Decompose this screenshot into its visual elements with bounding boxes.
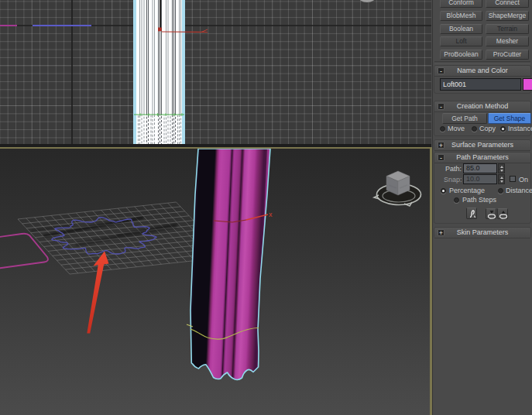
rollout-header-skin-parameters[interactable]: + Skin Parameters xyxy=(434,228,530,238)
snap-label: Snap: xyxy=(444,177,462,183)
front-grid xyxy=(0,0,431,144)
copy-label: Copy xyxy=(479,125,496,132)
rollout-header-name-and-color[interactable]: - Name and Color xyxy=(434,66,530,77)
snap-on-checkbox[interactable] xyxy=(510,176,516,182)
front-viewport-canvas xyxy=(0,0,431,144)
instance-radio[interactable] xyxy=(500,126,506,132)
rollout-title: Surface Parameters xyxy=(434,141,530,149)
3dsmax-window: x Conform xyxy=(0,0,532,415)
rollout-title: Creation Method xyxy=(434,102,530,110)
button-conform[interactable]: Conform xyxy=(440,0,482,8)
rollout-skin-parameters: + Skin Parameters xyxy=(434,227,531,238)
viewport-perspective[interactable]: x xyxy=(0,149,430,415)
rollout-path-parameters: - Path Parameters Path: 85.0 Snap: 10.0 … xyxy=(434,152,531,224)
button-loft[interactable]: Loft xyxy=(440,36,482,46)
loft-column-front[interactable] xyxy=(133,0,185,144)
button-blobmesh[interactable]: BlobMesh xyxy=(440,11,482,21)
snap-value-field[interactable]: 10.0 xyxy=(463,174,497,184)
rollout-creation-method: - Creation Method Get Path Get Shape Mov… xyxy=(434,101,531,136)
perspective-viewport-canvas: x xyxy=(0,149,430,415)
rollout-title: Skin Parameters xyxy=(434,228,530,236)
rollout-header-surface-parameters[interactable]: + Surface Parameters xyxy=(434,140,530,151)
button-connect[interactable]: Connect xyxy=(486,0,529,8)
instance-label: Instance xyxy=(508,125,532,132)
path-value-field[interactable]: 85.0 xyxy=(463,163,497,173)
viewport-front[interactable] xyxy=(0,0,431,144)
command-panel: Conform Connect BlobMesh ShapeMerge Bool… xyxy=(432,0,532,415)
distance-label: Distance xyxy=(506,187,532,194)
copy-radio[interactable] xyxy=(472,126,477,132)
percentage-label: Percentage xyxy=(449,187,485,194)
annotation-arrow xyxy=(87,252,108,334)
button-mesher[interactable]: Mesher xyxy=(486,36,529,46)
object-color-swatch[interactable] xyxy=(523,78,532,91)
button-boolean[interactable]: Boolean xyxy=(440,24,482,34)
snap-on-label: On xyxy=(519,177,528,183)
path-spinner[interactable] xyxy=(498,163,505,173)
next-shape-icon xyxy=(498,209,509,220)
percentage-radio[interactable] xyxy=(441,188,446,194)
rollout-separator xyxy=(434,61,530,64)
button-procutter[interactable]: ProCutter xyxy=(486,50,529,60)
get-path-button[interactable]: Get Path xyxy=(442,113,487,124)
previous-shape-button[interactable] xyxy=(486,208,496,219)
rollout-title: Path Parameters xyxy=(434,153,530,161)
move-radio[interactable] xyxy=(440,126,445,132)
button-proboolean[interactable]: ProBoolean xyxy=(440,50,482,60)
get-shape-button[interactable]: Get Shape xyxy=(488,113,531,124)
snap-spinner[interactable] xyxy=(498,174,505,184)
rectangle-spline[interactable] xyxy=(0,234,48,270)
axis-label-x: x xyxy=(269,211,273,218)
rollout-title: Name and Color xyxy=(434,67,530,74)
pick-shape-icon xyxy=(467,208,478,220)
path-steps-label: Path Steps xyxy=(462,197,496,204)
button-shapemerge[interactable]: ShapeMerge xyxy=(486,11,529,21)
viewcube-cube[interactable] xyxy=(386,171,410,195)
rollout-surface-parameters: + Surface Parameters xyxy=(434,139,531,151)
button-terrain[interactable]: Terrain xyxy=(486,24,529,34)
pick-shape-button[interactable] xyxy=(466,208,477,219)
viewcube[interactable] xyxy=(374,171,421,206)
path-steps-radio[interactable] xyxy=(454,197,459,203)
rollout-name-and-color: - Name and Color Loft001 xyxy=(434,65,531,94)
rollout-header-path-parameters[interactable]: - Path Parameters xyxy=(434,153,530,163)
next-shape-button[interactable] xyxy=(497,208,508,219)
path-label: Path: xyxy=(445,166,462,173)
move-label: Move xyxy=(448,125,465,132)
rollout-header-creation-method[interactable]: - Creation Method xyxy=(434,101,530,112)
previous-shape-icon xyxy=(486,209,497,220)
object-name-input[interactable]: Loft001 xyxy=(440,78,521,91)
distance-radio[interactable] xyxy=(498,188,503,194)
loft-column-perspective[interactable]: x xyxy=(187,149,273,379)
